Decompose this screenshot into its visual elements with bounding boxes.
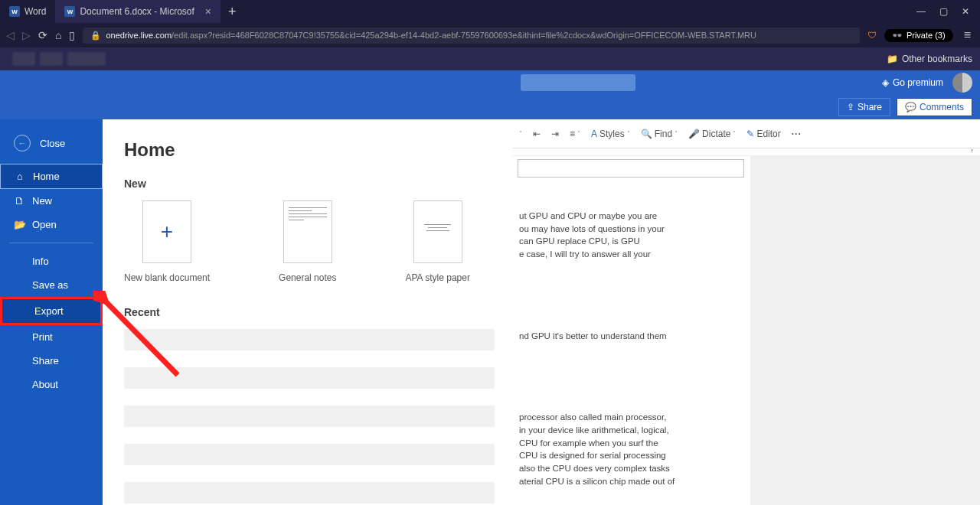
document-icon: 🗋: [14, 195, 24, 207]
tab-label: Word: [24, 6, 46, 17]
document-canvas[interactable]: ut GPU and CPU or maybe you are ou may h…: [513, 156, 980, 505]
document-title-input[interactable]: [518, 159, 744, 178]
doc-text: CPU is designed for serial processing: [519, 449, 740, 462]
word-icon: W: [9, 6, 20, 17]
template-apa[interactable]: APA style paper: [405, 200, 470, 283]
doc-text: ou may have lots of questions in your: [519, 223, 740, 236]
browser-tab-strip: W Word W Document 6.docx - Microsof × + …: [0, 0, 980, 23]
recent-item-placeholder: [124, 367, 495, 389]
folder-open-icon: 📂: [14, 219, 24, 230]
menu-open[interactable]: 📂 Open: [0, 213, 103, 236]
doc-text: in your device like arithmetical, logica…: [519, 424, 740, 437]
diamond-icon: ◈: [882, 77, 889, 88]
recent-item-placeholder: [124, 444, 495, 465]
main-area: ← Close ⌂ Home 🗋 New 📂 Open Info Save as…: [0, 119, 980, 505]
word-icon: W: [64, 6, 75, 17]
home-panel: Home New + New blank document General no…: [103, 119, 513, 505]
tab-label: Document 6.docx - Microsof: [80, 6, 194, 17]
editor-button[interactable]: ✎Editor: [746, 129, 780, 139]
bookmark-icon[interactable]: ▯: [69, 29, 75, 41]
doc-text: e case, I will try to answer all your: [519, 248, 740, 261]
maximize-button[interactable]: ▢: [939, 6, 948, 17]
doc-text: ut GPU and CPU or maybe you are: [519, 210, 740, 223]
close-icon[interactable]: ×: [205, 5, 211, 18]
recent-item-placeholder: [124, 406, 495, 427]
other-bookmarks[interactable]: 📁 Other bookmarks: [887, 54, 972, 64]
template-row: + New blank document General notes APA s…: [124, 200, 495, 283]
doc-text: also the CPU does very complex tasks: [519, 462, 740, 475]
url-text: onedrive.live.com/edit.aspx?resid=468F60…: [106, 31, 756, 40]
shield-icon[interactable]: 🛡: [867, 30, 877, 41]
folder-icon: 📁: [887, 54, 898, 64]
reload-button[interactable]: ⟳: [38, 29, 47, 41]
document-page[interactable]: ut GPU and CPU or maybe you are ou may h…: [513, 156, 750, 505]
comments-button[interactable]: 💬 Comments: [897, 98, 972, 116]
section-new: New: [124, 178, 495, 190]
recent-item-placeholder: [124, 329, 495, 350]
forward-button[interactable]: ▷: [22, 29, 31, 41]
editor-toolbar: ˅ ⇤ ⇥ ≡˅ AStyles˅ 🔍Find˅ 🎤Dictate˅ ✎Edit…: [513, 119, 980, 148]
tab-document[interactable]: W Document 6.docx - Microsof ×: [55, 0, 220, 23]
minimize-button[interactable]: ―: [916, 6, 926, 17]
doc-text: nd GPU it's better to understand them: [519, 330, 740, 343]
menu-new[interactable]: 🗋 New: [0, 189, 103, 213]
back-arrow-icon: ←: [14, 135, 31, 152]
back-button[interactable]: ◁: [6, 29, 15, 41]
more-button[interactable]: ···: [792, 129, 802, 139]
window-controls: ― ▢ ✕: [916, 6, 980, 17]
menu-home[interactable]: ⌂ Home: [0, 164, 103, 189]
document-view: ˅ ⇤ ⇥ ≡˅ AStyles˅ 🔍Find˅ 🎤Dictate˅ ✎Edit…: [513, 119, 980, 505]
home-button[interactable]: ⌂: [55, 29, 61, 41]
close-window-button[interactable]: ✕: [962, 6, 969, 17]
menu-save-as[interactable]: Save as: [0, 273, 103, 297]
private-badge[interactable]: 👓 Private (3): [884, 29, 953, 42]
chevron-down-icon[interactable]: ˅: [519, 130, 522, 137]
doc-text: can GPU replace CPU, is GPU: [519, 235, 740, 248]
outdent-button[interactable]: ⇤: [533, 129, 541, 139]
share-button[interactable]: ⇪ Share: [838, 98, 890, 116]
search-input[interactable]: [521, 74, 635, 91]
ribbon-collapse[interactable]: ˅: [513, 148, 980, 156]
word-title-bar: ◈ Go premium: [0, 70, 980, 95]
bookmark-item[interactable]: [40, 52, 63, 66]
menu-export[interactable]: Export: [0, 297, 103, 325]
menu-about[interactable]: About: [0, 373, 103, 396]
new-tab-button[interactable]: +: [220, 4, 244, 20]
share-icon: ⇪: [847, 102, 854, 112]
word-ribbon-right: ⇪ Share 💬 Comments: [0, 95, 980, 119]
dictate-dropdown[interactable]: 🎤Dictate˅: [688, 129, 736, 139]
styles-dropdown[interactable]: AStyles˅: [591, 129, 630, 139]
align-button[interactable]: ≡˅: [570, 129, 580, 139]
go-premium-button[interactable]: ◈ Go premium: [882, 77, 943, 88]
recent-item-placeholder: [124, 482, 495, 503]
bookmark-item[interactable]: [12, 52, 35, 66]
doc-text: aterial CPU is a silicon chip made out o…: [519, 475, 740, 488]
close-file-menu[interactable]: ← Close: [0, 127, 103, 164]
file-menu-sidebar: ← Close ⌂ Home 🗋 New 📂 Open Info Save as…: [0, 119, 103, 505]
tab-word[interactable]: W Word: [0, 0, 55, 23]
menu-info[interactable]: Info: [0, 249, 103, 273]
template-blank[interactable]: + New blank document: [124, 200, 210, 283]
incognito-icon: 👓: [892, 31, 903, 41]
indent-button[interactable]: ⇥: [551, 129, 559, 139]
address-field[interactable]: 🔒 onedrive.live.com/edit.aspx?resid=468F…: [83, 28, 859, 44]
plus-icon: +: [161, 220, 173, 244]
page-title: Home: [124, 139, 495, 161]
lock-icon: 🔒: [90, 31, 101, 41]
menu-print[interactable]: Print: [0, 325, 103, 349]
home-icon: ⌂: [15, 171, 25, 182]
find-dropdown[interactable]: 🔍Find˅: [641, 129, 678, 139]
section-recent: Recent: [124, 306, 495, 318]
template-general-notes[interactable]: General notes: [279, 200, 336, 283]
url-bar: ◁ ▷ ⟳ ⌂ ▯ 🔒 onedrive.live.com/edit.aspx?…: [0, 23, 980, 47]
menu-share[interactable]: Share: [0, 349, 103, 373]
menu-button[interactable]: ≡: [961, 28, 974, 42]
bookmarks-bar: 📁 Other bookmarks: [0, 47, 980, 70]
bookmark-item[interactable]: [67, 52, 106, 66]
divider: [9, 243, 93, 243]
comment-icon: 💬: [905, 102, 916, 112]
avatar[interactable]: [952, 73, 972, 93]
doc-text: CPU for example when you surf the: [519, 437, 740, 450]
doc-text: processor also called main processor,: [519, 411, 740, 424]
